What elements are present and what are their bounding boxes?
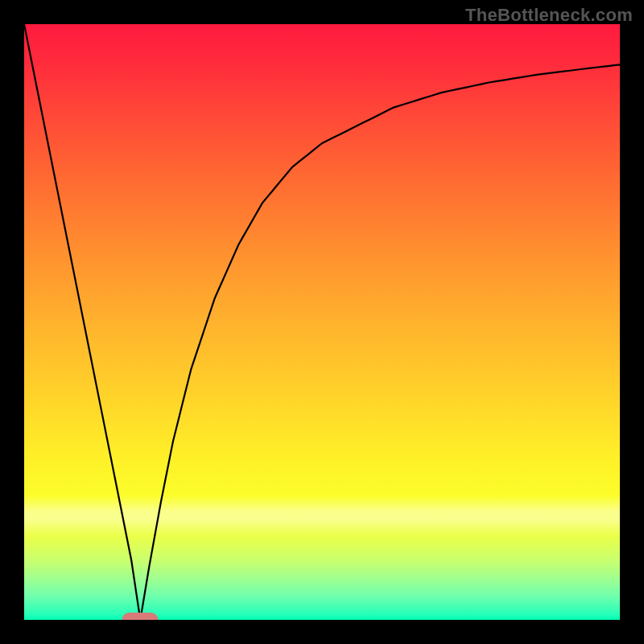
optimal-point-marker [122, 613, 159, 620]
watermark-text: TheBottleneck.com [465, 5, 633, 26]
chart-frame: TheBottleneck.com [0, 0, 644, 644]
curves-layer [24, 24, 620, 620]
plot-area [24, 24, 620, 620]
curve-right-branch [140, 64, 620, 620]
curve-left-branch [24, 24, 140, 620]
